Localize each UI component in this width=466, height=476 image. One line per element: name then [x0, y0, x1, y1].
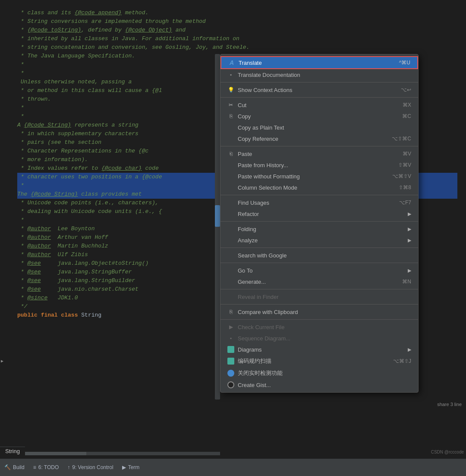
find-usages-label: Find Usages [238, 200, 269, 206]
empty-icon [227, 237, 234, 244]
vertical-scrollbar[interactable] [215, 54, 220, 400]
empty-icon [227, 225, 234, 232]
copy-plain-label: Copy as Plain Text [238, 124, 284, 131]
goto-label: Go To [238, 267, 252, 274]
compare-clipboard-label: Compare with Clipboard [238, 309, 298, 315]
empty-icon [227, 162, 234, 168]
menu-item-folding[interactable]: Folding▶ [220, 223, 418, 235]
sequence-diagram-icon: ▪ [227, 335, 234, 342]
paste-label: Paste [238, 151, 252, 157]
code-line: * {@code toString}, defined by {@code Ob… [17, 26, 457, 35]
menu-item-generate[interactable]: Generate...⌘N [220, 276, 418, 287]
menu-separator [220, 221, 418, 222]
empty-icon [227, 199, 234, 206]
diagrams-arrow: ▶ [408, 347, 411, 352]
horizontal-scrollbar[interactable] [0, 452, 220, 455]
menu-item-reveal-finder: Reveal in Finder [220, 291, 418, 302]
menu-item-compare-clipboard[interactable]: ⎘Compare with Clipboard [220, 306, 418, 317]
context-menu: ATranslate^⌘U▪Translate Documentation💡Sh… [220, 54, 419, 393]
context-actions-icon: 💡 [227, 86, 234, 93]
compare-clipboard-icon: ⎘ [227, 308, 234, 315]
empty-icon [227, 210, 234, 217]
sequence-diagram-label: Sequence Diagram... [238, 335, 290, 342]
translate-icon: A [228, 59, 235, 66]
menu-item-cut[interactable]: ✂Cut⌘X [220, 99, 418, 111]
menu-item-code-scan[interactable]: 编码规约扫描⌥⌘⇧J [220, 355, 418, 367]
scrollbar-thumb-v [215, 205, 220, 227]
status-version-control[interactable]: ↑ 9: Version Control [67, 464, 113, 470]
line-info: share 3 line [437, 402, 462, 407]
status-bar: 🔨 Build ≡ 6: TODO ↑ 9: Version Control ▶… [0, 459, 466, 476]
copy-shortcut: ⌘C [402, 113, 411, 119]
code-line: * string concatenation and conversion, s… [17, 43, 457, 52]
copy-ref-shortcut: ⌥⇧⌘C [392, 136, 411, 142]
empty-icon [227, 293, 234, 300]
code-scan-shortcut: ⌥⌘⇧J [393, 358, 411, 364]
analyze-arrow: ▶ [408, 238, 411, 243]
menu-item-paste-history[interactable]: Paste from History...⇧⌘V [220, 159, 418, 171]
menu-item-goto[interactable]: Go To▶ [220, 265, 418, 276]
status-terminal[interactable]: ▶ Term [122, 464, 140, 470]
create-gist-label: Create Gist... [238, 382, 271, 388]
analyze-label: Analyze [238, 237, 258, 244]
file-tab[interactable]: String [0, 447, 25, 455]
menu-separator [220, 195, 418, 195]
check-file-icon: ▶ [227, 324, 234, 330]
menu-separator [220, 97, 418, 98]
goto-arrow: ▶ [408, 268, 411, 273]
menu-item-diagrams[interactable]: Diagrams▶ [220, 344, 418, 355]
paste-shortcut: ⌘V [403, 151, 411, 157]
menu-item-search-google[interactable]: Search with Google [220, 250, 418, 261]
menu-separator [220, 146, 418, 146]
column-select-label: Column Selection Mode [238, 184, 297, 191]
empty-icon [227, 267, 234, 274]
menu-separator [220, 263, 418, 263]
copy-icon: ⎘ [227, 113, 234, 120]
copy-label: Copy [238, 113, 251, 120]
menu-item-copy-plain[interactable]: Copy as Plain Text [220, 122, 418, 133]
create-gist-icon [227, 381, 234, 388]
menu-item-check-file: ▶Check Current File [220, 321, 418, 333]
menu-item-column-select[interactable]: Column Selection Mode⇧⌘8 [220, 182, 418, 193]
vc-icon: ↑ [67, 464, 70, 470]
empty-icon [227, 173, 234, 180]
search-google-label: Search with Google [238, 252, 287, 259]
menu-item-disable-realtime[interactable]: 关闭实时检测功能 [220, 367, 418, 379]
status-build[interactable]: 🔨 Build [4, 464, 25, 470]
paste-no-format-shortcut: ⌥⌘⇧V [392, 173, 411, 179]
paste-history-shortcut: ⇧⌘V [398, 162, 411, 168]
menu-item-refactor[interactable]: Refactor▶ [220, 208, 418, 219]
menu-item-translate-doc[interactable]: ▪Translate Documentation [220, 69, 418, 80]
menu-item-paste[interactable]: ⎗Paste⌘V [220, 148, 418, 159]
menu-separator [220, 248, 418, 248]
empty-icon [227, 252, 234, 259]
menu-item-translate[interactable]: ATranslate^⌘U [220, 56, 418, 69]
generate-label: Generate... [238, 279, 266, 285]
menu-item-find-usages[interactable]: Find Usages⌥F7 [220, 197, 418, 208]
copy-ref-label: Copy Reference [238, 136, 278, 142]
paste-no-format-label: Paste without Formatting [238, 173, 300, 180]
menu-item-paste-no-format[interactable]: Paste without Formatting⌥⌘⇧V [220, 171, 418, 182]
menu-item-create-gist[interactable]: Create Gist... [220, 379, 418, 390]
check-file-label: Check Current File [238, 324, 284, 330]
translate-doc-icon: ▪ [227, 71, 234, 78]
menu-item-analyze[interactable]: Analyze▶ [220, 235, 418, 246]
empty-icon [227, 278, 234, 285]
diagrams-icon [227, 346, 234, 353]
menu-item-copy-ref[interactable]: Copy Reference⌥⇧⌘C [220, 133, 418, 144]
empty-icon [227, 135, 234, 142]
disable-realtime-icon [227, 370, 234, 377]
menu-separator [220, 319, 418, 320]
translate-doc-label: Translate Documentation [238, 72, 300, 78]
folding-label: Folding [238, 226, 256, 232]
menu-item-context-actions[interactable]: 💡Show Context Actions⌥↩ [220, 84, 418, 95]
gutter-fold-arrow[interactable]: ▶ [1, 359, 3, 364]
status-todo[interactable]: ≡ 6: TODO [33, 464, 59, 470]
refactor-arrow: ▶ [408, 211, 411, 217]
translate-shortcut: ^⌘U [399, 60, 410, 66]
code-scan-icon [227, 358, 234, 365]
menu-separator [220, 82, 418, 83]
menu-item-sequence-diagram: ▪Sequence Diagram... [220, 333, 418, 344]
code-line: * String conversions are implemented thr… [17, 17, 457, 26]
menu-item-copy[interactable]: ⎘Copy⌘C [220, 111, 418, 122]
